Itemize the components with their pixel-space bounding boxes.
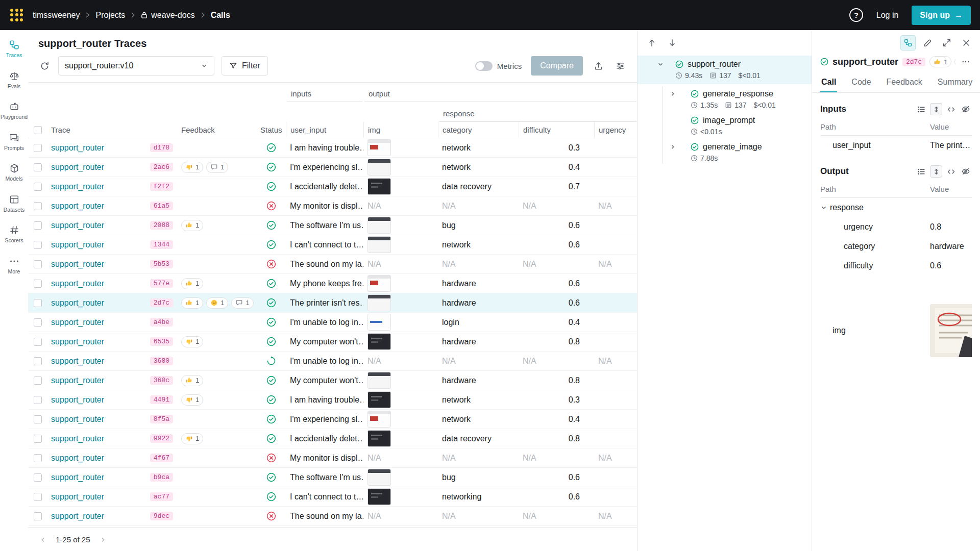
column-header-difficulty[interactable]: difficulty [519, 122, 594, 138]
sidebar-item-playground[interactable]: Playground [0, 98, 28, 123]
trace-link[interactable]: support_router [51, 473, 104, 482]
export-button[interactable] [592, 60, 605, 72]
next-page-button[interactable] [97, 534, 109, 545]
view-code-icon[interactable] [945, 165, 957, 178]
feedback-badge[interactable]: 1 [181, 297, 203, 309]
row-thumbnail[interactable] [368, 217, 391, 234]
row-thumbnail[interactable] [368, 236, 391, 253]
row-thumbnail[interactable] [368, 314, 391, 331]
row-thumbnail[interactable] [368, 275, 391, 292]
chevron-down-icon[interactable] [820, 204, 827, 211]
feedback-badge[interactable]: 1 [929, 56, 951, 67]
feedback-badge[interactable]: 1 [181, 336, 203, 347]
compare-button[interactable]: Compare [531, 56, 583, 76]
login-button[interactable]: Log in [876, 11, 899, 20]
sidebar-item-models[interactable]: Models [0, 160, 28, 185]
feedback-badge[interactable]: 1 [954, 56, 955, 67]
trace-link[interactable]: support_router [51, 454, 104, 463]
table-row[interactable]: support_router3680I'm unable to log in…N… [28, 352, 637, 371]
trace-link[interactable]: support_router [51, 298, 104, 308]
trace-link[interactable]: support_router [51, 395, 104, 405]
row-checkbox[interactable] [34, 163, 42, 171]
row-checkbox[interactable] [34, 493, 42, 501]
trace-link[interactable]: support_router [51, 357, 104, 366]
trace-link[interactable]: support_router [51, 182, 104, 191]
tab-call[interactable]: Call [820, 73, 837, 92]
output-image-thumbnail[interactable] [930, 304, 972, 357]
row-checkbox[interactable] [34, 454, 42, 462]
row-checkbox[interactable] [34, 260, 42, 268]
table-row[interactable]: support_routerac77I can't connect to t…n… [28, 487, 637, 507]
column-settings-button[interactable] [614, 60, 627, 72]
row-thumbnail[interactable] [368, 159, 391, 176]
row-thumbnail[interactable] [368, 333, 391, 350]
row-checkbox[interactable] [34, 318, 42, 327]
edit-button[interactable] [920, 35, 935, 51]
row-checkbox[interactable] [34, 280, 42, 288]
chevron-right-icon[interactable] [669, 143, 691, 151]
row-thumbnail[interactable] [368, 411, 391, 428]
trace-link[interactable]: support_router [51, 143, 104, 153]
row-thumbnail[interactable] [368, 430, 391, 447]
tree-node-root[interactable]: support_router9.43s137$<0.01 [638, 56, 812, 84]
breadcrumb-item[interactable]: Calls [211, 11, 230, 20]
fullscreen-button[interactable] [939, 35, 954, 51]
trace-link[interactable]: support_router [51, 376, 104, 385]
table-row[interactable]: support_router44911I am having trouble…n… [28, 390, 637, 410]
trace-link[interactable]: support_router [51, 202, 104, 211]
sidebar-item-traces[interactable]: Traces [0, 36, 28, 61]
row-thumbnail[interactable] [368, 178, 391, 195]
row-checkbox[interactable] [34, 473, 42, 482]
feedback-badge[interactable]: 1 [181, 433, 203, 444]
table-row[interactable]: support_router2ac611I'm experiencing sl…… [28, 158, 637, 177]
column-header-img[interactable]: img [363, 122, 438, 138]
trace-link[interactable]: support_router [51, 415, 104, 424]
expand-values-icon[interactable] [930, 165, 942, 178]
table-row[interactable]: support_router1344I can't connect to t…n… [28, 235, 637, 255]
call-id-badge[interactable]: 2d7c [902, 58, 925, 66]
close-panel-button[interactable] [959, 35, 974, 51]
chevron-right-icon[interactable] [669, 90, 691, 97]
feedback-badge[interactable]: 1 [181, 162, 203, 173]
table-row[interactable]: support_router2d7c111The printer isn't r… [28, 293, 637, 313]
table-row[interactable]: support_router65351My computer won't…har… [28, 332, 637, 352]
tab-code[interactable]: Code [850, 73, 872, 92]
row-checkbox[interactable] [34, 435, 42, 443]
trace-link[interactable]: support_router [51, 318, 104, 327]
feedback-badge[interactable]: 1 [206, 162, 228, 173]
table-row[interactable]: support_router9decThe sound on my la…N/A… [28, 507, 637, 526]
row-thumbnail[interactable] [368, 391, 391, 408]
tab-summary[interactable]: Summary [937, 73, 973, 92]
column-header-urgency[interactable]: urgency [594, 122, 638, 138]
trace-link[interactable]: support_router [51, 240, 104, 249]
trace-link[interactable]: support_router [51, 337, 104, 346]
tree-node[interactable]: generate_response1.35s137$<0.01 [669, 89, 812, 109]
column-header-trace[interactable]: Trace [47, 126, 177, 134]
chevron-down-icon[interactable] [657, 61, 675, 68]
breadcrumb-item[interactable]: timssweeney [33, 11, 80, 20]
row-thumbnail[interactable] [368, 488, 391, 505]
column-header-user-input[interactable]: user_input [286, 122, 363, 138]
expand-values-icon[interactable] [930, 103, 942, 115]
row-checkbox[interactable] [34, 221, 42, 230]
view-code-icon[interactable] [945, 103, 957, 115]
view-list-icon[interactable] [915, 165, 927, 178]
more-menu-button[interactable] [960, 56, 972, 68]
column-header-category[interactable]: category [438, 122, 519, 138]
show-trace-tree-button[interactable] [900, 35, 916, 51]
table-row[interactable]: support_router360c1My computer won't…har… [28, 371, 637, 390]
row-thumbnail[interactable] [368, 372, 391, 389]
trace-link[interactable]: support_router [51, 434, 104, 443]
row-checkbox[interactable] [34, 183, 42, 191]
row-checkbox[interactable] [34, 241, 42, 249]
row-checkbox[interactable] [34, 202, 42, 210]
refresh-button[interactable] [38, 60, 51, 72]
table-row[interactable]: support_router577e1My phone keeps fre…ha… [28, 274, 637, 293]
table-row[interactable]: support_router20881The software I'm us…b… [28, 216, 637, 235]
table-row[interactable]: support_router8f5aI'm experiencing sl…ne… [28, 410, 637, 429]
filter-button[interactable]: Filter [222, 56, 268, 76]
prev-page-button[interactable] [37, 534, 48, 545]
table-row[interactable]: support_router99221I accidentally delet…… [28, 429, 637, 448]
feedback-badge[interactable]: 1 [206, 297, 228, 309]
table-row[interactable]: support_routerf2f2I accidentally delet…d… [28, 177, 637, 196]
